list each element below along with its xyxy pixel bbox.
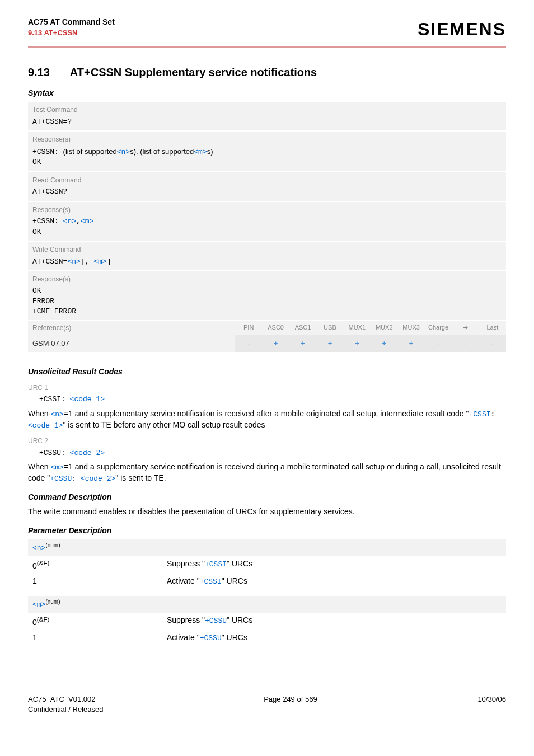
read-command-label: Read Command	[32, 176, 502, 185]
param-n-r0-post: " URCs	[227, 559, 252, 568]
section-number: 9.13	[28, 64, 67, 80]
param-n-r1-val: Activate "+CSSI" URCs	[167, 576, 502, 587]
test-command-cmd: AT+CSSN=?	[32, 117, 502, 127]
reference-label: Reference(s)	[28, 321, 235, 335]
urc1-b3: :	[491, 410, 495, 419]
read-resp-prefix: +CSSN:	[32, 217, 63, 226]
write-response-block: Response(s) OK ERROR +CME ERROR	[28, 271, 506, 320]
ref-val-pin: -	[235, 335, 262, 352]
test-resp-link-n[interactable]: <n>	[117, 148, 130, 156]
urc2-code-prefix: +CSSU:	[39, 449, 70, 457]
urc1-link-code1[interactable]: <code 1>	[28, 421, 63, 430]
param-n-r0-val: Suppress "+CSSI" URCs	[167, 558, 502, 571]
test-resp-prefix: +CSSN:	[32, 148, 63, 156]
ref-col-mux2: MUX2	[371, 321, 397, 335]
param-m-r0-k: 0	[32, 617, 37, 626]
write-cmd-m[interactable]: <m>	[93, 257, 106, 266]
ref-val-charge: -	[425, 335, 452, 352]
test-resp-link-m[interactable]: <m>	[194, 148, 207, 156]
urc1-link-cssi[interactable]: +CSSI	[469, 410, 491, 419]
param-n-row1: 1 Activate "+CSSI" URCs	[28, 574, 506, 589]
reference-col-headers: PIN ASC0 ASC1 USB MUX1 MUX2 MUX3 Charge …	[235, 321, 506, 335]
param-m-r1-post: " URCs	[222, 633, 247, 642]
param-m-r1-link[interactable]: +CSSU	[200, 634, 222, 642]
reference-value: GSM 07.07	[28, 335, 235, 352]
test-command-block: Test Command AT+CSSN=?	[28, 102, 506, 130]
ref-val-mux1: +	[344, 335, 371, 352]
param-n-row0: 0(&F) Suppress "+CSSI" URCs	[28, 556, 506, 574]
param-m-r0-val: Suppress "+CSSU" URCs	[167, 615, 502, 628]
param-m-r0-link[interactable]: +CSSU	[205, 617, 227, 625]
write-cmd-bc: ]	[107, 257, 111, 266]
footer-right: 10/30/06	[477, 694, 506, 715]
ref-col-mux1: MUX1	[344, 321, 371, 335]
write-cmd-n[interactable]: <n>	[67, 257, 80, 266]
param-m-head-link[interactable]: <m>	[32, 600, 45, 609]
syntax-heading: Syntax	[28, 88, 506, 99]
urc2-b1: When	[28, 462, 50, 471]
test-resp-ok: OK	[32, 157, 502, 167]
param-n-r0-link[interactable]: +CSSI	[205, 560, 227, 569]
param-m-r0-post: " URCs	[227, 616, 252, 624]
param-m-head: <m>(num)	[28, 596, 506, 613]
param-n-r0-ksup: (&F)	[37, 559, 50, 566]
reference-header-row: Reference(s) PIN ASC0 ASC1 USB MUX1 MUX2…	[28, 321, 506, 335]
header-left: AC75 AT Command Set 9.13 AT+CSSN	[28, 17, 115, 38]
test-response-label: Response(s)	[32, 135, 502, 144]
test-command-label: Test Command	[32, 105, 502, 115]
ref-col-usb: USB	[316, 321, 343, 335]
ref-val-asc0: +	[262, 335, 289, 352]
write-cmd-bo: [,	[81, 257, 93, 266]
read-response-label: Response(s)	[32, 205, 502, 215]
write-resp-ok: OK	[32, 286, 502, 296]
urc1-code-link[interactable]: <code 1>	[70, 395, 105, 403]
param-n-r0-k: 0	[32, 561, 37, 570]
param-n-r1-pre: Activate "	[167, 576, 200, 585]
urc-heading: Unsolicited Result Codes	[28, 367, 506, 378]
doc-subtitle: 9.13 AT+CSSN	[28, 28, 115, 38]
footer-left: AC75_ATC_V01.002 Confidential / Released	[28, 694, 103, 715]
param-m-r1-val: Activate "+CSSU" URCs	[167, 632, 502, 644]
urc1-label: URC 1	[28, 383, 506, 393]
read-command-block: Read Command AT+CSSN?	[28, 172, 506, 201]
ref-val-last: -	[479, 335, 506, 352]
param-n-r1-link[interactable]: +CSSI	[200, 577, 222, 586]
cmd-desc-heading: Command Description	[28, 492, 506, 503]
read-response-block: Response(s) +CSSN: <n>,<m> OK	[28, 202, 506, 241]
urc1-link-n[interactable]: <n>	[50, 410, 63, 419]
urc1-b4: " is sent to TE before any other MO call…	[63, 420, 265, 429]
write-resp-err: ERROR	[32, 297, 502, 307]
test-response-block: Response(s) +CSSN: (list of supported<n>…	[28, 132, 506, 171]
urc1-code-prefix: +CSSI:	[39, 395, 70, 403]
write-response-label: Response(s)	[32, 275, 502, 284]
param-n-r0-pre: Suppress "	[167, 559, 205, 568]
param-n-r1-key: 1	[32, 576, 167, 587]
read-resp-n[interactable]: <n>	[63, 217, 76, 226]
write-cmd-prefix: AT+CSSN=	[32, 257, 67, 266]
read-resp-ok: OK	[32, 227, 502, 237]
page-footer: AC75_ATC_V01.002 Confidential / Released…	[28, 691, 506, 715]
section-heading: 9.13 AT+CSSN Supplementary service notif…	[28, 64, 506, 80]
param-n-head: <n>(num)	[28, 539, 506, 556]
urc2-b3: :	[72, 475, 81, 483]
urc2-link-m[interactable]: <m>	[50, 463, 63, 472]
urc2-link-cssu[interactable]: +CSSU	[50, 475, 72, 483]
param-m-r1-pre: Activate "	[167, 633, 200, 642]
param-m-head-sup: (num)	[45, 599, 60, 605]
urc2-body: When <m>=1 and a supplementary service n…	[28, 462, 506, 484]
urc2-code-link[interactable]: <code 2>	[70, 449, 105, 457]
read-resp-m[interactable]: <m>	[81, 217, 93, 226]
footer-left1: AC75_ATC_V01.002	[28, 694, 103, 705]
ref-col-last: Last	[479, 321, 506, 335]
page-header: AC75 AT Command Set 9.13 AT+CSSN SIEMENS	[28, 17, 506, 48]
urc2-link-code2[interactable]: <code 2>	[81, 475, 115, 483]
param-m-r0-pre: Suppress "	[167, 616, 205, 624]
param-m-r1-key: 1	[32, 632, 167, 644]
param-m-r0-ksup: (&F)	[37, 616, 50, 623]
param-n-head-link[interactable]: <n>	[32, 544, 45, 552]
read-resp-comma: ,	[76, 217, 81, 226]
write-command-line: AT+CSSN=<n>[, <m>]	[32, 257, 502, 267]
urc2-b4: " is sent to TE.	[115, 473, 166, 482]
urc1-code: +CSSI: <code 1>	[39, 395, 506, 405]
param-m-row0: 0(&F) Suppress "+CSSU" URCs	[28, 613, 506, 630]
